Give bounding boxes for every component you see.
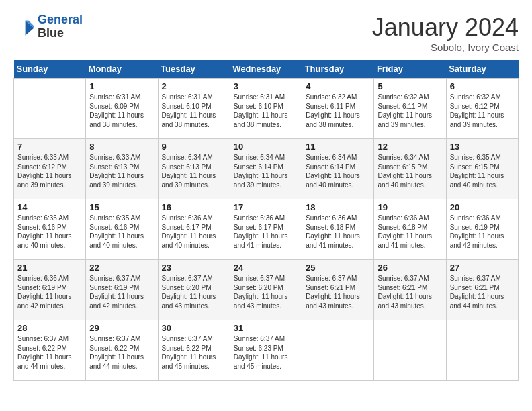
calendar-cell: 8Sunrise: 6:33 AM Sunset: 6:13 PM Daylig… bbox=[86, 139, 158, 199]
logo: General Blue bbox=[13, 13, 83, 40]
day-number: 31 bbox=[234, 323, 298, 333]
calendar-cell: 20Sunrise: 6:36 AM Sunset: 6:19 PM Dayli… bbox=[446, 199, 518, 260]
day-number: 9 bbox=[162, 142, 226, 152]
day-number: 23 bbox=[162, 263, 226, 273]
calendar-cell: 11Sunrise: 6:34 AM Sunset: 6:14 PM Dayli… bbox=[302, 139, 374, 199]
day-info: Sunrise: 6:34 AM Sunset: 6:14 PM Dayligh… bbox=[306, 153, 370, 189]
day-number: 8 bbox=[89, 142, 154, 152]
logo-line2: Blue bbox=[38, 27, 83, 40]
calendar-cell bbox=[374, 320, 446, 381]
day-info: Sunrise: 6:36 AM Sunset: 6:17 PM Dayligh… bbox=[234, 214, 298, 250]
logo-icon bbox=[13, 16, 35, 38]
day-info: Sunrise: 6:33 AM Sunset: 6:13 PM Dayligh… bbox=[89, 153, 154, 189]
calendar-cell: 30Sunrise: 6:37 AM Sunset: 6:22 PM Dayli… bbox=[158, 320, 230, 381]
weekday-header-saturday: Saturday bbox=[446, 60, 518, 79]
day-info: Sunrise: 6:37 AM Sunset: 6:22 PM Dayligh… bbox=[162, 334, 226, 371]
day-info: Sunrise: 6:36 AM Sunset: 6:19 PM Dayligh… bbox=[450, 214, 515, 250]
calendar-cell: 22Sunrise: 6:37 AM Sunset: 6:19 PM Dayli… bbox=[86, 260, 158, 320]
day-number: 12 bbox=[378, 142, 442, 152]
day-info: Sunrise: 6:37 AM Sunset: 6:21 PM Dayligh… bbox=[450, 274, 515, 310]
calendar-cell: 16Sunrise: 6:36 AM Sunset: 6:17 PM Dayli… bbox=[158, 199, 230, 260]
day-info: Sunrise: 6:37 AM Sunset: 6:23 PM Dayligh… bbox=[234, 334, 298, 371]
calendar-cell: 18Sunrise: 6:36 AM Sunset: 6:18 PM Dayli… bbox=[302, 199, 374, 260]
calendar-cell: 15Sunrise: 6:35 AM Sunset: 6:16 PM Dayli… bbox=[86, 199, 158, 260]
month-title: January 2024 bbox=[372, 13, 519, 42]
calendar-cell: 2Sunrise: 6:31 AM Sunset: 6:10 PM Daylig… bbox=[158, 79, 230, 139]
calendar-week-4: 21Sunrise: 6:36 AM Sunset: 6:19 PM Dayli… bbox=[14, 260, 519, 320]
day-info: Sunrise: 6:35 AM Sunset: 6:16 PM Dayligh… bbox=[89, 214, 154, 250]
day-info: Sunrise: 6:37 AM Sunset: 6:21 PM Dayligh… bbox=[378, 274, 442, 310]
calendar-cell: 24Sunrise: 6:37 AM Sunset: 6:20 PM Dayli… bbox=[230, 260, 302, 320]
day-number: 16 bbox=[162, 202, 226, 212]
calendar-cell: 21Sunrise: 6:36 AM Sunset: 6:19 PM Dayli… bbox=[14, 260, 86, 320]
day-info: Sunrise: 6:36 AM Sunset: 6:17 PM Dayligh… bbox=[162, 214, 226, 250]
day-info: Sunrise: 6:32 AM Sunset: 6:12 PM Dayligh… bbox=[450, 93, 515, 129]
calendar-cell: 6Sunrise: 6:32 AM Sunset: 6:12 PM Daylig… bbox=[446, 79, 518, 139]
weekday-header-friday: Friday bbox=[374, 60, 446, 79]
day-info: Sunrise: 6:34 AM Sunset: 6:14 PM Dayligh… bbox=[234, 153, 298, 189]
day-number: 1 bbox=[89, 81, 154, 91]
weekday-header-wednesday: Wednesday bbox=[230, 60, 302, 79]
day-info: Sunrise: 6:35 AM Sunset: 6:16 PM Dayligh… bbox=[17, 214, 82, 250]
calendar-cell: 7Sunrise: 6:33 AM Sunset: 6:12 PM Daylig… bbox=[14, 139, 86, 199]
logo-line1: General bbox=[38, 13, 83, 26]
calendar-cell: 1Sunrise: 6:31 AM Sunset: 6:09 PM Daylig… bbox=[86, 79, 158, 139]
title-block: January 2024 Sobolo, Ivory Coast bbox=[372, 13, 519, 53]
day-number: 10 bbox=[234, 142, 298, 152]
day-info: Sunrise: 6:32 AM Sunset: 6:11 PM Dayligh… bbox=[378, 93, 442, 129]
day-number: 24 bbox=[234, 263, 298, 273]
calendar-cell: 27Sunrise: 6:37 AM Sunset: 6:21 PM Dayli… bbox=[446, 260, 518, 320]
calendar-cell: 3Sunrise: 6:31 AM Sunset: 6:10 PM Daylig… bbox=[230, 79, 302, 139]
calendar-cell: 13Sunrise: 6:35 AM Sunset: 6:15 PM Dayli… bbox=[446, 139, 518, 199]
day-number: 3 bbox=[234, 81, 298, 91]
calendar-cell bbox=[14, 79, 86, 139]
day-number: 26 bbox=[378, 263, 442, 273]
weekday-header-tuesday: Tuesday bbox=[158, 60, 230, 79]
day-number: 11 bbox=[306, 142, 370, 152]
day-info: Sunrise: 6:31 AM Sunset: 6:09 PM Dayligh… bbox=[89, 93, 154, 129]
day-info: Sunrise: 6:37 AM Sunset: 6:20 PM Dayligh… bbox=[234, 274, 298, 310]
day-info: Sunrise: 6:32 AM Sunset: 6:11 PM Dayligh… bbox=[306, 93, 370, 129]
calendar-cell: 4Sunrise: 6:32 AM Sunset: 6:11 PM Daylig… bbox=[302, 79, 374, 139]
weekday-header-row: SundayMondayTuesdayWednesdayThursdayFrid… bbox=[14, 60, 519, 79]
calendar-cell: 23Sunrise: 6:37 AM Sunset: 6:20 PM Dayli… bbox=[158, 260, 230, 320]
weekday-header-thursday: Thursday bbox=[302, 60, 374, 79]
day-number: 2 bbox=[162, 81, 226, 91]
calendar-cell: 26Sunrise: 6:37 AM Sunset: 6:21 PM Dayli… bbox=[374, 260, 446, 320]
calendar-week-2: 7Sunrise: 6:33 AM Sunset: 6:12 PM Daylig… bbox=[14, 139, 519, 199]
day-number: 18 bbox=[306, 202, 370, 212]
day-info: Sunrise: 6:31 AM Sunset: 6:10 PM Dayligh… bbox=[162, 93, 226, 129]
weekday-header-monday: Monday bbox=[86, 60, 158, 79]
calendar-week-3: 14Sunrise: 6:35 AM Sunset: 6:16 PM Dayli… bbox=[14, 199, 519, 260]
day-number: 25 bbox=[306, 263, 370, 273]
calendar-table: SundayMondayTuesdayWednesdayThursdayFrid… bbox=[13, 60, 519, 381]
day-number: 30 bbox=[162, 323, 226, 333]
calendar-cell: 31Sunrise: 6:37 AM Sunset: 6:23 PM Dayli… bbox=[230, 320, 302, 381]
day-number: 14 bbox=[17, 202, 82, 212]
calendar-cell: 19Sunrise: 6:36 AM Sunset: 6:18 PM Dayli… bbox=[374, 199, 446, 260]
day-number: 21 bbox=[17, 263, 82, 273]
calendar-week-5: 28Sunrise: 6:37 AM Sunset: 6:22 PM Dayli… bbox=[14, 320, 519, 381]
day-info: Sunrise: 6:37 AM Sunset: 6:21 PM Dayligh… bbox=[306, 274, 370, 310]
day-info: Sunrise: 6:37 AM Sunset: 6:19 PM Dayligh… bbox=[89, 274, 154, 310]
day-number: 27 bbox=[450, 263, 515, 273]
calendar-cell: 9Sunrise: 6:34 AM Sunset: 6:13 PM Daylig… bbox=[158, 139, 230, 199]
day-info: Sunrise: 6:31 AM Sunset: 6:10 PM Dayligh… bbox=[234, 93, 298, 129]
calendar-cell: 28Sunrise: 6:37 AM Sunset: 6:22 PM Dayli… bbox=[14, 320, 86, 381]
day-number: 4 bbox=[306, 81, 370, 91]
calendar-cell bbox=[302, 320, 374, 381]
day-number: 5 bbox=[378, 81, 442, 91]
calendar-cell bbox=[446, 320, 518, 381]
day-number: 7 bbox=[17, 142, 82, 152]
day-info: Sunrise: 6:34 AM Sunset: 6:15 PM Dayligh… bbox=[378, 153, 442, 189]
day-info: Sunrise: 6:35 AM Sunset: 6:15 PM Dayligh… bbox=[450, 153, 515, 189]
calendar-cell: 14Sunrise: 6:35 AM Sunset: 6:16 PM Dayli… bbox=[14, 199, 86, 260]
calendar-cell: 5Sunrise: 6:32 AM Sunset: 6:11 PM Daylig… bbox=[374, 79, 446, 139]
calendar-cell: 17Sunrise: 6:36 AM Sunset: 6:17 PM Dayli… bbox=[230, 199, 302, 260]
weekday-header-sunday: Sunday bbox=[14, 60, 86, 79]
location-subtitle: Sobolo, Ivory Coast bbox=[372, 42, 519, 53]
day-number: 6 bbox=[450, 81, 515, 91]
day-info: Sunrise: 6:37 AM Sunset: 6:22 PM Dayligh… bbox=[17, 334, 82, 371]
calendar-week-1: 1Sunrise: 6:31 AM Sunset: 6:09 PM Daylig… bbox=[14, 79, 519, 139]
day-info: Sunrise: 6:37 AM Sunset: 6:22 PM Dayligh… bbox=[89, 334, 154, 371]
